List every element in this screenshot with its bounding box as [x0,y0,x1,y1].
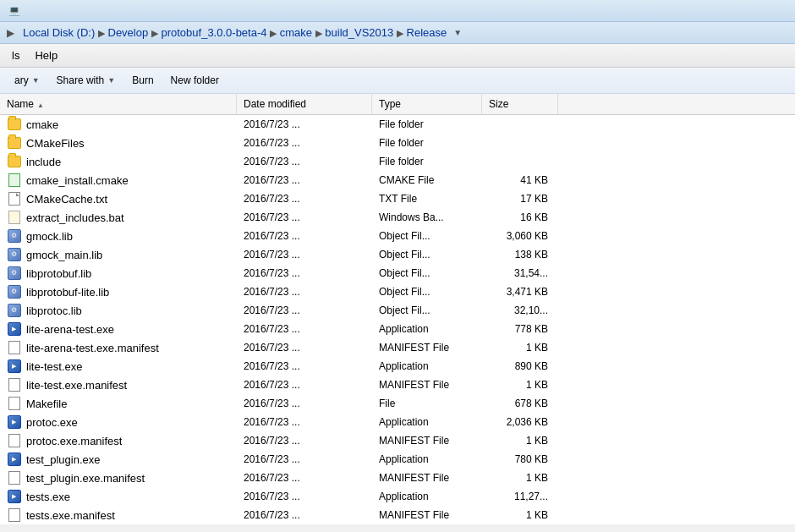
file-type-cell: Object Fil... [372,266,482,280]
table-row[interactable]: include 2016/7/23 ... File folder [0,152,795,171]
file-size-cell: 11,27... [482,490,558,503]
file-date-cell: 2016/7/23 ... [237,322,372,336]
table-row[interactable]: CMakeFiles 2016/7/23 ... File folder [0,134,795,152]
path-arrow-right[interactable]: ▼ [453,28,462,37]
address-bar: 💻 [0,0,795,22]
col-header-type[interactable]: Type [372,94,482,114]
toolbar-btn-ary[interactable]: ary ▼ [7,71,47,90]
breadcrumb-segment-build-vs2013[interactable]: build_VS2013 [325,26,393,39]
address-bar-icon: 💻 [8,5,20,16]
file-icon-cell [7,489,22,504]
breadcrumb-segment-protobuf[interactable]: protobuf_3.0.0-beta-4 [161,26,266,39]
file-name-label: Makefile [26,398,67,410]
table-row[interactable]: cmake_install.cmake 2016/7/23 ... CMAKE … [0,171,795,189]
file-date-cell: 2016/7/23 ... [237,118,372,131]
file-size-cell: 3,060 KB [482,229,558,243]
table-row[interactable]: tests.exe 2016/7/23 ... Application 11,2… [0,487,795,506]
table-row[interactable]: Makefile 2016/7/23 ... File 678 KB [0,394,795,413]
table-row[interactable]: libprotoc.lib 2016/7/23 ... Object Fil..… [0,301,795,320]
file-name-label: test_plugin.exe [26,453,100,466]
file-icon-cell [7,284,22,299]
file-date-cell: 2016/7/23 ... [237,211,372,224]
cmake-icon [8,173,20,187]
path-arrow-left[interactable]: ▶ [7,27,14,39]
file-name-cell: gmock.lib [0,228,237,244]
file-size-cell: 1 KB [482,434,558,447]
table-row[interactable]: lite-test.exe 2016/7/23 ... Application … [0,357,795,376]
file-type-cell: MANIFEST File [372,378,482,392]
table-row[interactable]: extract_includes.bat 2016/7/23 ... Windo… [0,208,795,227]
file-icon-cell [7,117,22,132]
file-name-label: protoc.exe [26,416,78,429]
table-row[interactable]: libprotobuf.lib 2016/7/23 ... Object Fil… [0,264,795,282]
bat-icon [8,211,20,224]
lib-icon [8,266,21,280]
breadcrumb: ▶ Local Disk (D:) ▶ Develop ▶ protobuf_3… [0,22,795,44]
table-row[interactable]: test_plugin.exe 2016/7/23 ... Applicatio… [0,450,795,469]
file-icon-cell [7,154,22,169]
file-date-cell: 2016/7/23 ... [237,397,372,410]
file-size-cell: 1 KB [482,508,558,522]
lib-icon [8,248,21,261]
file-icon-cell [7,247,22,262]
file-list-container: Name Date modified Type Size cmake 2016/… [0,94,795,524]
file-name-cell: CMakeCache.txt [0,190,237,207]
toolbar-btn-share[interactable]: Share with ▼ [49,71,123,90]
breadcrumb-segment-cmake[interactable]: cmake [280,26,312,39]
toolbar-btn-burn[interactable]: Burn [124,71,161,90]
folder-icon [8,137,21,149]
file-name-label: lite-test.exe [26,360,82,373]
breadcrumb-segment-local-disk[interactable]: Local Disk (D:) [23,26,95,39]
table-row[interactable]: CMakeCache.txt 2016/7/23 ... TXT File 17… [0,189,795,208]
col-header-size[interactable]: Size [482,94,558,114]
file-name-cell: CMakeFiles [0,134,237,151]
file-type-cell: Application [372,415,482,429]
file-size-cell: 41 KB [482,173,558,187]
table-row[interactable]: lite-arena-test.exe.manifest 2016/7/23 .… [0,338,795,357]
file-name-cell: tests.exe [0,488,237,505]
menu-item-help[interactable]: Help [28,47,64,64]
file-icon-cell [7,321,22,337]
table-row[interactable]: lite-arena-test.exe 2016/7/23 ... Applic… [0,320,795,338]
exe-icon [8,452,21,466]
manifest-icon [8,508,20,522]
file-type-cell: Object Fil... [372,248,482,261]
file-icon-cell [7,433,22,448]
file-date-cell: 2016/7/23 ... [237,155,372,168]
col-header-name[interactable]: Name [0,94,237,114]
file-name-cell: lite-arena-test.exe [0,321,237,337]
file-name-cell: protoc.exe.manifest [0,432,237,449]
breadcrumb-segment-develop[interactable]: Develop [108,26,149,39]
table-row[interactable]: cmake 2016/7/23 ... File folder [0,115,795,134]
file-icon-cell [7,414,22,430]
table-row[interactable]: test_plugin.exe.manifest 2016/7/23 ... M… [0,469,795,487]
table-row[interactable]: protoc.exe.manifest 2016/7/23 ... MANIFE… [0,431,795,450]
file-type-cell: Application [372,322,482,336]
table-row[interactable]: lite-test.exe.manifest 2016/7/23 ... MAN… [0,376,795,394]
file-date-cell: 2016/7/23 ... [237,304,372,317]
file-icon-cell [7,470,22,485]
file-name-cell: libprotobuf.lib [0,265,237,282]
file-name-cell: extract_includes.bat [0,209,237,226]
file-name-label: lite-arena-test.exe.manifest [26,342,159,354]
exe-icon [8,490,21,503]
file-icon-cell [7,359,22,374]
file-date-cell: 2016/7/23 ... [237,378,372,392]
file-type-cell: Object Fil... [372,285,482,299]
toolbar-btn-new-folder[interactable]: New folder [163,71,227,90]
file-icon-cell [7,135,22,151]
file-type-cell: File [372,397,482,410]
col-header-date[interactable]: Date modified [237,94,372,114]
table-row[interactable]: gmock.lib 2016/7/23 ... Object Fil... 3,… [0,227,795,245]
lib-icon [8,285,21,299]
file-type-cell: MANIFEST File [372,471,482,485]
file-type-cell: File folder [372,155,482,168]
breadcrumb-segment-release[interactable]: Release [407,26,447,39]
menu-item-ls[interactable]: ls [5,47,26,64]
table-row[interactable]: gmock_main.lib 2016/7/23 ... Object Fil.… [0,245,795,264]
file-size-cell: 890 KB [482,359,558,373]
table-row[interactable]: protoc.exe 2016/7/23 ... Application 2,0… [0,413,795,431]
table-row[interactable]: tests.exe.manifest 2016/7/23 ... MANIFES… [0,506,795,524]
exe-icon [8,359,21,373]
table-row[interactable]: libprotobuf-lite.lib 2016/7/23 ... Objec… [0,282,795,301]
